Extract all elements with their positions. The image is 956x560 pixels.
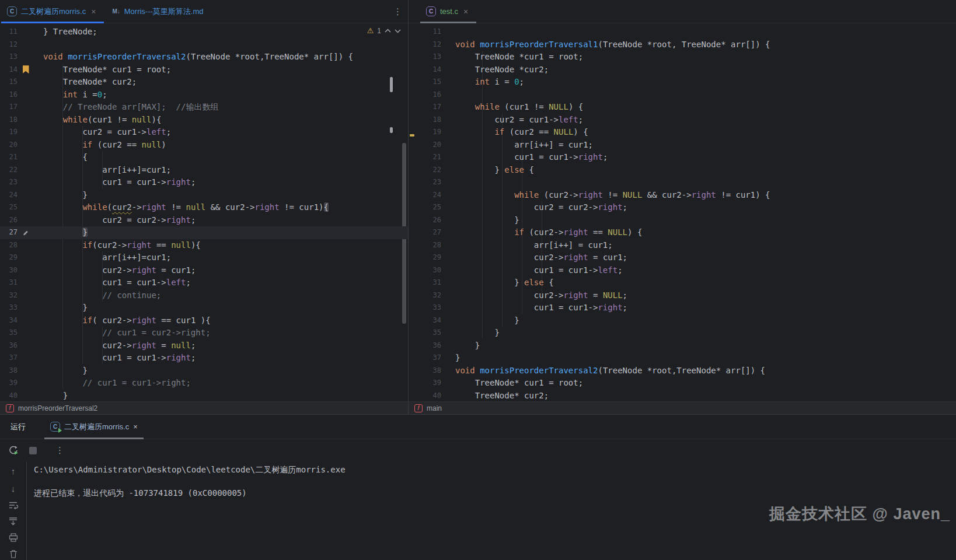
line-number[interactable]: 18 xyxy=(0,114,18,127)
line-number[interactable]: 36 xyxy=(0,340,18,352)
code-line[interactable]: 40 TreeNode* cur2; xyxy=(416,390,956,402)
code-line[interactable]: 27 } xyxy=(0,226,408,239)
line-number[interactable]: 29 xyxy=(0,251,18,264)
code-text[interactable]: } xyxy=(43,302,88,314)
code-text[interactable]: if (cur2 == null) xyxy=(43,139,166,152)
line-number[interactable]: 38 xyxy=(416,365,441,377)
code-text[interactable]: } xyxy=(43,226,88,239)
gutter[interactable] xyxy=(18,189,34,202)
gutter[interactable] xyxy=(18,302,34,314)
code-editor-left[interactable]: ⚠ 1 11} TreeNode;1213void morrisPreorder… xyxy=(0,23,408,401)
gutter[interactable] xyxy=(18,126,34,139)
run-panel-title[interactable]: 运行 xyxy=(0,422,35,432)
line-number[interactable]: 36 xyxy=(416,340,441,352)
code-line[interactable]: 28 if(cur2->right == null){ xyxy=(0,239,408,252)
soft-wrap-icon[interactable] xyxy=(9,501,18,509)
code-text[interactable]: cur2->right = cur1; xyxy=(43,264,196,277)
code-text[interactable]: } xyxy=(43,189,88,202)
gutter[interactable] xyxy=(18,226,34,239)
line-number[interactable]: 21 xyxy=(416,151,441,164)
code-line[interactable]: 23 cur1 = cur1->right; xyxy=(0,176,408,189)
code-line[interactable]: 15 TreeNode* cur2; xyxy=(0,76,408,89)
run-config-tab[interactable]: C 二叉树遍历morris.c × xyxy=(43,415,145,439)
gutter[interactable] xyxy=(18,89,34,102)
line-number[interactable]: 31 xyxy=(416,276,441,289)
code-text[interactable]: arr[i++]=cur1; xyxy=(43,164,171,177)
up-arrow-icon[interactable]: ↑ xyxy=(11,466,16,476)
line-number[interactable]: 15 xyxy=(0,76,18,89)
line-number[interactable]: 37 xyxy=(0,352,18,365)
code-text[interactable]: if(cur2->right == null){ xyxy=(43,239,201,252)
line-number[interactable]: 35 xyxy=(416,327,441,340)
gutter[interactable] xyxy=(18,26,34,38)
gutter[interactable] xyxy=(18,352,34,365)
code-line[interactable]: 26 cur2 = cur2->right; xyxy=(0,214,408,227)
line-number[interactable]: 22 xyxy=(416,164,441,177)
tab-test-c[interactable]: C test.c × xyxy=(419,0,477,23)
code-text[interactable]: } xyxy=(455,352,460,365)
line-number[interactable]: 39 xyxy=(0,377,18,390)
code-line[interactable]: 26 } xyxy=(416,214,956,227)
code-line[interactable]: 35 } xyxy=(416,327,956,340)
line-number[interactable]: 26 xyxy=(0,214,18,227)
code-line[interactable]: 38void morrisPreorderTraversal2(TreeNode… xyxy=(416,365,956,377)
code-line[interactable]: 13 TreeNode *cur1 = root; xyxy=(416,51,956,64)
code-line[interactable]: 24 while (cur2->right != NULL && cur2->r… xyxy=(416,189,956,202)
line-number[interactable]: 25 xyxy=(0,201,18,214)
code-line[interactable]: 16 int i =0; xyxy=(0,89,408,102)
line-number[interactable]: 34 xyxy=(416,314,441,327)
more-icon[interactable]: ⋮ xyxy=(388,6,408,17)
gutter[interactable] xyxy=(18,114,34,127)
code-text[interactable]: TreeNode* cur1 = root; xyxy=(43,64,171,76)
code-text[interactable]: cur1 = cur1->left; xyxy=(43,276,191,289)
code-text[interactable]: cur1 = cur1->left; xyxy=(455,264,623,277)
line-number[interactable]: 37 xyxy=(416,352,441,365)
code-text[interactable]: // cur1 = cur1->right; xyxy=(43,377,191,390)
code-text[interactable]: while (cur2->right != NULL && cur2->righ… xyxy=(455,189,770,202)
code-line[interactable]: 39 // cur1 = cur1->right; xyxy=(0,377,408,390)
code-line[interactable]: 18 cur2 = cur1->left; xyxy=(416,114,956,127)
code-text[interactable]: cur1 = cur1->right; xyxy=(455,151,608,164)
close-icon[interactable]: × xyxy=(462,7,469,16)
gutter[interactable] xyxy=(18,164,34,177)
line-number[interactable]: 12 xyxy=(0,38,18,51)
line-number[interactable]: 33 xyxy=(0,302,18,314)
line-number[interactable]: 38 xyxy=(0,365,18,377)
code-text[interactable]: } else { xyxy=(455,164,534,177)
line-number[interactable]: 13 xyxy=(416,51,441,64)
code-line[interactable]: 14 TreeNode* cur1 = root; xyxy=(0,64,408,76)
line-number[interactable]: 24 xyxy=(416,189,441,202)
code-line[interactable]: 39 TreeNode* cur1 = root; xyxy=(416,377,956,390)
line-number[interactable]: 21 xyxy=(0,151,18,164)
code-line[interactable]: 12void morrisPreorderTraversal1(TreeNode… xyxy=(416,38,956,51)
breadcrumb-label[interactable]: morrisPreorderTraversal2 xyxy=(18,404,97,412)
line-number[interactable]: 27 xyxy=(416,226,441,239)
code-text[interactable]: cur2->right = null; xyxy=(43,340,196,352)
line-number[interactable]: 35 xyxy=(0,327,18,340)
code-text[interactable]: } else { xyxy=(455,276,554,289)
code-line[interactable]: 23 xyxy=(416,176,956,189)
line-number[interactable]: 19 xyxy=(0,126,18,139)
code-line[interactable]: 30 cur1 = cur1->left; xyxy=(416,264,956,277)
code-line[interactable]: 11 xyxy=(416,26,956,38)
line-number[interactable]: 32 xyxy=(0,289,18,302)
code-line[interactable]: 19 cur2 = cur1->left; xyxy=(0,126,408,139)
gutter[interactable] xyxy=(18,276,34,289)
tab-morris-md[interactable]: M↓ Morris---莫里斯算法.md xyxy=(105,0,211,23)
code-line[interactable]: 27 if (cur2->right == NULL) { xyxy=(416,226,956,239)
code-text[interactable]: if (cur2 == NULL) { xyxy=(455,126,588,139)
gutter[interactable] xyxy=(18,340,34,352)
line-number[interactable]: 16 xyxy=(416,89,441,102)
code-line[interactable]: 36 cur2->right = null; xyxy=(0,340,408,352)
code-line[interactable]: 32 cur2->right = NULL; xyxy=(416,289,956,302)
code-editor-right[interactable]: 1112void morrisPreorderTraversal1(TreeNo… xyxy=(409,23,956,401)
code-text[interactable]: cur2->right = NULL; xyxy=(455,289,627,302)
close-icon[interactable]: × xyxy=(90,7,97,16)
code-text[interactable]: } xyxy=(455,214,519,227)
line-number[interactable]: 18 xyxy=(416,114,441,127)
gutter[interactable] xyxy=(18,76,34,89)
gutter[interactable] xyxy=(18,365,34,377)
code-text[interactable]: // continue; xyxy=(43,289,161,302)
code-text[interactable]: cur2 = cur1->left; xyxy=(43,126,171,139)
line-number[interactable]: 14 xyxy=(416,64,441,76)
